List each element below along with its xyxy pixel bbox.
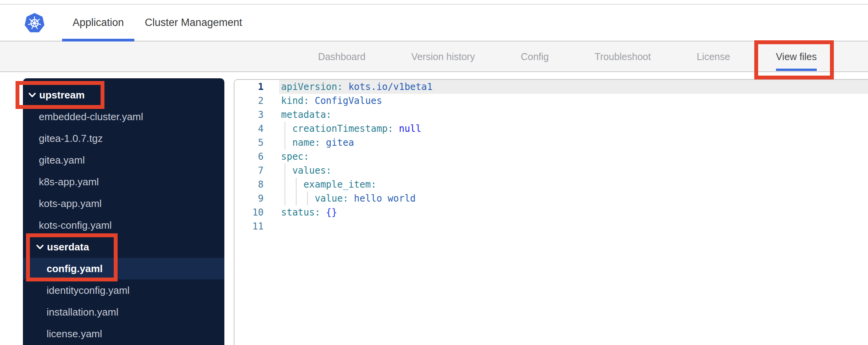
code-text: status: {}	[279, 205, 868, 219]
code-token: hello world	[348, 193, 415, 204]
indent-guide-line	[285, 122, 285, 136]
line-number: 10	[234, 205, 279, 219]
code-token: metadata:	[281, 109, 332, 120]
indent-guide-line	[296, 178, 297, 191]
line-number: 4	[234, 122, 279, 136]
file-kots-app-yaml[interactable]: kots-app.yaml	[23, 193, 224, 214]
tab-version-history[interactable]: Version history	[411, 51, 475, 62]
file-installation-yaml[interactable]: installation.yaml	[23, 301, 224, 323]
tree-item-label: embedded-cluster.yaml	[39, 111, 143, 123]
code-line-3: 3metadata:	[234, 108, 868, 122]
indent-guide-line	[285, 136, 285, 150]
tab-license[interactable]: License	[697, 51, 730, 62]
indent-guide-line	[296, 191, 297, 205]
file-config-yaml[interactable]: config.yaml	[23, 258, 224, 279]
chevron-down-icon	[28, 92, 36, 98]
code-line-1: 1apiVersion: kots.io/v1beta1	[234, 80, 868, 94]
tab-view-files[interactable]: View files	[776, 51, 817, 62]
code-token: null	[393, 123, 421, 134]
tree-item-label: kots-config.yaml	[39, 219, 112, 231]
indent-guide-line	[285, 191, 285, 205]
code-text	[279, 219, 868, 233]
top-nav: ApplicationCluster Management	[0, 5, 868, 41]
code-text: name: gitea	[279, 136, 868, 150]
code-line-2: 2kind: ConfigValues	[234, 94, 868, 108]
tree-item-label: kots-app.yaml	[39, 198, 102, 210]
code-line-9: 9 value: hello world	[234, 191, 868, 205]
code-text: example_item:	[279, 178, 868, 191]
tab-troubleshoot[interactable]: Troubleshoot	[595, 51, 651, 62]
tree-item-label: k8s-app.yaml	[39, 176, 99, 188]
indent-guide-line	[285, 178, 285, 191]
code-line-4: 4 creationTimestamp: null	[234, 122, 868, 136]
kubernetes-logo-icon	[24, 12, 45, 34]
code-token: value:	[281, 193, 348, 204]
line-number: 6	[234, 150, 279, 164]
code-token: values:	[281, 165, 332, 176]
file-embedded-cluster-yaml[interactable]: embedded-cluster.yaml	[23, 106, 224, 128]
top-tab-cluster-management[interactable]: Cluster Management	[134, 5, 253, 41]
line-number: 2	[234, 94, 279, 108]
code-token: kind:	[281, 95, 309, 106]
tree-item-label: license.yaml	[47, 328, 102, 340]
code-token: example_item:	[281, 179, 377, 190]
line-number: 11	[234, 219, 279, 233]
tree-item-label: upstream	[39, 89, 85, 101]
code-line-10: 10status: {}	[234, 205, 868, 219]
tab-config[interactable]: Config	[521, 51, 549, 62]
file-kots-config-yaml[interactable]: kots-config.yaml	[23, 214, 224, 236]
indent-guide-line	[307, 191, 308, 205]
tree-item-label: installation.yaml	[47, 306, 118, 318]
code-text: metadata:	[279, 108, 868, 122]
tree-item-label: gitea.yaml	[39, 154, 85, 166]
line-number: 7	[234, 164, 279, 178]
file-k8s-app-yaml[interactable]: k8s-app.yaml	[23, 171, 224, 193]
line-number: 1	[234, 80, 279, 94]
code-line-8: 8 example_item:	[234, 178, 868, 191]
line-number: 3	[234, 108, 279, 122]
code-lines: 1apiVersion: kots.io/v1beta12kind: Confi…	[234, 80, 868, 233]
line-number: 9	[234, 191, 279, 205]
app-nav-tabs: DashboardVersion historyConfigTroublesho…	[0, 41, 868, 72]
line-number: 8	[234, 178, 279, 191]
code-text: kind: ConfigValues	[279, 94, 868, 108]
tab-dashboard[interactable]: Dashboard	[318, 51, 365, 62]
code-editor[interactable]: 1apiVersion: kots.io/v1beta12kind: Confi…	[234, 79, 868, 345]
file-gitea-yaml[interactable]: gitea.yaml	[23, 149, 224, 171]
code-line-5: 5 name: gitea	[234, 136, 868, 150]
code-text: creationTimestamp: null	[279, 122, 868, 136]
line-number: 5	[234, 136, 279, 150]
tree-item-label: config.yaml	[47, 263, 102, 275]
code-token: ConfigValues	[309, 95, 382, 106]
code-text: apiVersion: kots.io/v1beta1	[279, 80, 868, 94]
file-gitea-1-0-7-tgz[interactable]: gitea-1.0.7.tgz	[23, 128, 224, 149]
code-token: gitea	[320, 137, 354, 148]
code-text: value: hello world	[279, 191, 868, 205]
code-token: creationTimestamp:	[281, 123, 393, 134]
file-identityconfig-yaml[interactable]: identityconfig.yaml	[23, 279, 224, 301]
top-nav-tabs: ApplicationCluster Management	[62, 5, 253, 41]
folder-userdata[interactable]: userdata	[23, 236, 224, 258]
code-token: status:	[281, 207, 320, 218]
top-tab-application[interactable]: Application	[62, 5, 134, 41]
code-token: kots.io/v1beta1	[343, 81, 432, 92]
tree-item-label: identityconfig.yaml	[47, 285, 130, 297]
folder-upstream[interactable]: upstream	[23, 84, 224, 106]
code-line-7: 7 values:	[234, 164, 868, 178]
code-token: spec:	[281, 151, 309, 162]
indent-guide-line	[285, 164, 285, 178]
kots-admin-console: ApplicationCluster Management DashboardV…	[0, 0, 868, 345]
file-license-yaml[interactable]: license.yaml	[23, 323, 224, 345]
code-line-6: 6spec:	[234, 150, 868, 164]
chevron-down-icon	[36, 244, 44, 250]
code-token: {}	[320, 207, 337, 218]
tree-item-label: gitea-1.0.7.tgz	[39, 133, 103, 145]
code-token: name:	[281, 137, 320, 148]
code-text: values:	[279, 164, 868, 178]
file-tree-sidebar: upstreamembedded-cluster.yamlgitea-1.0.7…	[23, 78, 224, 345]
code-text: spec:	[279, 150, 868, 164]
code-line-11: 11	[234, 219, 868, 233]
tree-item-label: userdata	[47, 241, 89, 253]
code-token: apiVersion:	[281, 81, 343, 92]
